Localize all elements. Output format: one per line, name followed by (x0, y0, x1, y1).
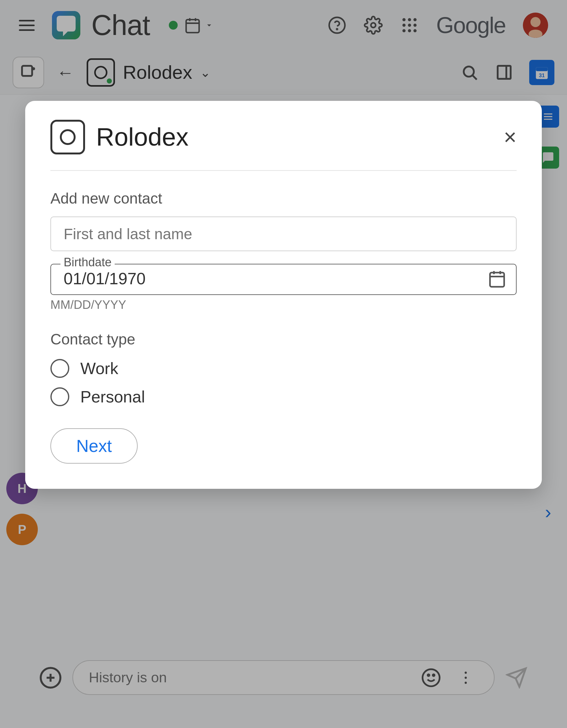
calendar-picker-icon[interactable] (488, 269, 506, 290)
birthdate-wrapper: Birthdate (50, 264, 517, 295)
svg-rect-40 (490, 273, 504, 287)
radio-work-circle (50, 359, 69, 378)
radio-personal-circle (50, 387, 69, 406)
contact-type-radio-group: Work Personal (50, 359, 517, 406)
modal-close-button[interactable]: × (504, 126, 517, 148)
radio-personal[interactable]: Personal (50, 387, 517, 406)
radio-personal-label: Personal (80, 387, 145, 406)
rolodex-modal: Rolodex × Add new contact Birthdate MM/D… (25, 101, 542, 489)
date-format-hint: MM/DD/YYYY (50, 298, 517, 312)
radio-work-label: Work (80, 359, 118, 378)
modal-title-group: Rolodex (50, 120, 189, 154)
birthdate-input[interactable] (64, 269, 478, 288)
modal-divider (50, 170, 517, 171)
modal-header: Rolodex × (50, 120, 517, 154)
birthdate-label: Birthdate (61, 256, 115, 269)
modal-person-circle (60, 129, 76, 145)
next-button[interactable]: Next (50, 428, 138, 464)
contact-type-label: Contact type (50, 331, 517, 348)
add-contact-label: Add new contact (50, 190, 517, 207)
name-input[interactable] (50, 217, 517, 251)
birthdate-field: Birthdate (50, 264, 517, 295)
modal-rolodex-icon (50, 120, 85, 154)
modal-title: Rolodex (96, 123, 189, 152)
radio-work[interactable]: Work (50, 359, 517, 378)
